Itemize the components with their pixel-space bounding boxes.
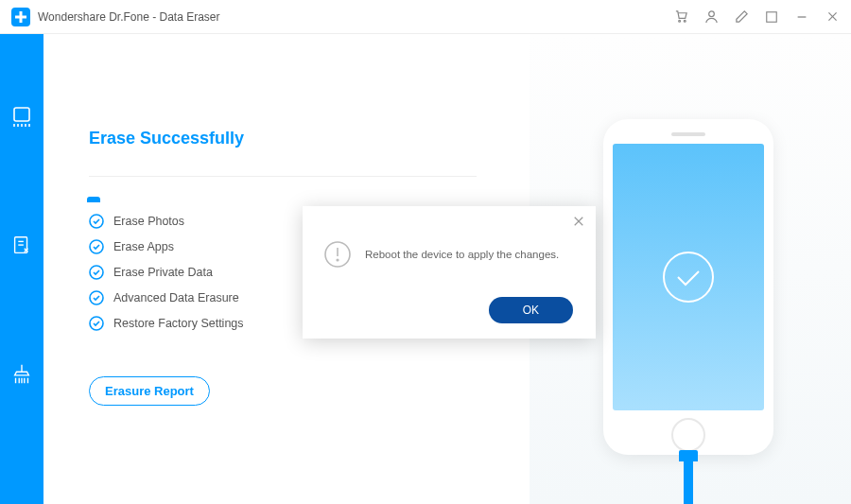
phone-speaker — [671, 132, 705, 136]
svg-point-3 — [678, 20, 680, 22]
account-icon[interactable] — [703, 9, 719, 25]
check-icon — [89, 265, 104, 280]
svg-point-35 — [337, 259, 339, 261]
titlebar: Wondershare Dr.Fone - Data Eraser — [0, 0, 851, 34]
close-icon[interactable] — [825, 9, 840, 25]
minimize-icon[interactable] — [794, 9, 809, 25]
svg-rect-2 — [15, 15, 26, 18]
main-panel: Erase Successfully Erase Photos Erase Ap… — [43, 34, 851, 504]
check-icon — [89, 239, 104, 254]
modal-message: Reboot the device to apply the changes. — [365, 249, 559, 260]
task-item: Restore Factory Settings — [89, 316, 244, 331]
titlebar-actions — [673, 9, 840, 25]
modal-ok-button[interactable]: OK — [489, 297, 573, 323]
task-label: Restore Factory Settings — [113, 317, 244, 330]
success-check-icon — [661, 250, 716, 304]
svg-rect-6 — [767, 11, 777, 22]
sidebar-cleanup-icon[interactable] — [9, 362, 34, 387]
feedback-icon[interactable] — [734, 9, 749, 25]
task-label: Erase Private Data — [113, 266, 213, 279]
divider — [89, 176, 477, 177]
cable — [684, 455, 693, 504]
restore-icon[interactable] — [764, 9, 779, 25]
task-list: Erase Photos Erase Apps Erase Private Da… — [89, 214, 244, 331]
svg-point-5 — [708, 11, 714, 17]
info-icon — [323, 240, 352, 269]
task-item: Erase Apps — [89, 239, 244, 254]
phone-mockup — [603, 119, 773, 455]
progress-indicator — [87, 197, 100, 202]
svg-point-4 — [684, 20, 686, 22]
app-title: Wondershare Dr.Fone - Data Eraser — [38, 10, 220, 24]
task-item: Erase Photos — [89, 214, 244, 229]
app-logo-icon — [11, 8, 30, 26]
task-label: Erase Photos — [113, 215, 184, 228]
sidebar-erase-icon[interactable] — [9, 105, 34, 130]
task-item: Erase Private Data — [89, 265, 244, 280]
sidebar-report-icon[interactable] — [9, 234, 34, 258]
phone-screen — [613, 144, 764, 410]
check-icon — [89, 214, 104, 229]
task-item: Advanced Data Erasure — [89, 290, 244, 305]
check-icon — [89, 290, 104, 305]
modal-close-icon[interactable] — [573, 214, 586, 227]
svg-rect-10 — [14, 108, 29, 121]
cart-icon[interactable] — [673, 9, 688, 25]
sidebar — [0, 34, 43, 504]
phone-home-button — [671, 418, 705, 452]
erasure-report-button[interactable]: Erasure Report — [89, 376, 210, 406]
task-label: Erase Apps — [113, 240, 174, 253]
task-label: Advanced Data Erasure — [113, 291, 239, 304]
page-title: Erase Successfully — [89, 129, 244, 148]
check-icon — [89, 316, 104, 331]
svg-point-30 — [664, 252, 713, 302]
reboot-modal: Reboot the device to apply the changes. … — [303, 206, 596, 339]
